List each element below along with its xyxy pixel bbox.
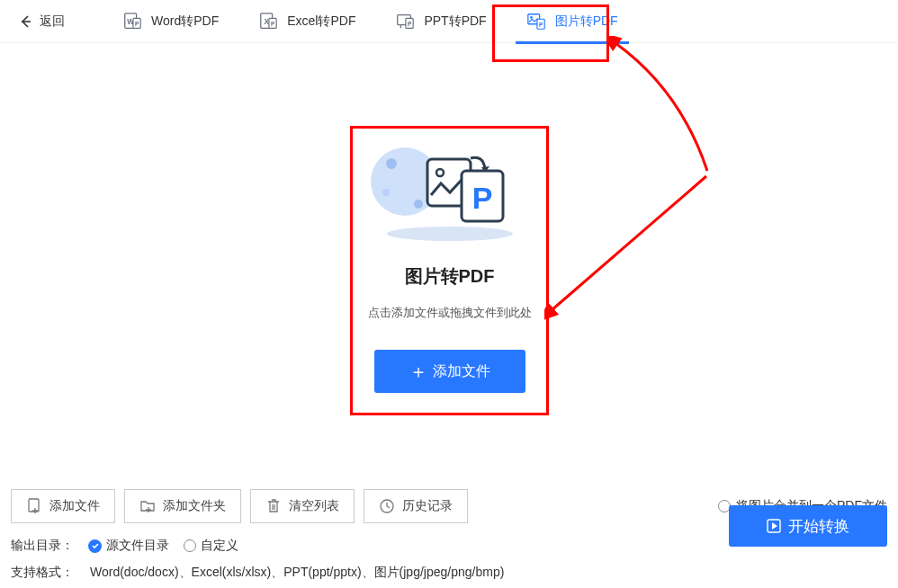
annotation-arrow-top: [608, 36, 725, 180]
clear-list-label: 清空列表: [289, 498, 339, 514]
output-source-radio[interactable]: 源文件目录: [88, 538, 169, 554]
history-button[interactable]: 历史记录: [364, 489, 468, 523]
svg-text:P: P: [271, 20, 275, 26]
svg-text:P: P: [539, 21, 543, 27]
svg-point-12: [530, 16, 533, 19]
clear-list-button[interactable]: 清空列表: [250, 489, 355, 523]
add-file-button[interactable]: ＋ 添加文件: [374, 350, 525, 393]
tab-ppt-to-pdf[interactable]: P PPT转PDF: [375, 0, 506, 43]
tab-label: Word转PDF: [151, 13, 219, 30]
tab-image-to-pdf[interactable]: P 图片转PDF: [507, 0, 638, 43]
tab-label: Excel转PDF: [287, 13, 355, 30]
tab-label: PPT转PDF: [424, 13, 486, 30]
tab-label: 图片转PDF: [555, 13, 618, 30]
arrow-left-icon: [18, 14, 32, 29]
output-custom-label: 自定义: [201, 538, 238, 554]
annotation-arrow-center: [544, 171, 724, 333]
formats-label: 支持格式：: [11, 565, 74, 581]
file-plus-icon: [26, 498, 42, 514]
history-label: 历史记录: [402, 498, 453, 514]
ppt-doc-icon: P: [395, 12, 415, 31]
drop-subtitle: 点击添加文件或拖拽文件到此处: [368, 305, 532, 321]
add-folder-label: 添加文件夹: [163, 498, 226, 514]
nav-tabs: WP Word转PDF XP Excel转PDF P PPT转PDF P 图片转…: [103, 0, 638, 43]
trash-icon: [265, 498, 282, 514]
add-file-small-label: 添加文件: [49, 498, 100, 514]
formats-value: Word(doc/docx)、Excel(xls/xlsx)、PPT(ppt/p…: [90, 565, 504, 581]
excel-doc-icon: XP: [258, 12, 278, 31]
back-button[interactable]: 返回: [18, 13, 81, 30]
output-source-label: 源文件目录: [106, 538, 169, 554]
svg-point-15: [387, 227, 513, 241]
radio-checked-icon: [88, 539, 102, 553]
svg-point-17: [386, 158, 397, 169]
word-doc-icon: WP: [122, 12, 142, 31]
start-convert-button[interactable]: 开始转换: [729, 505, 887, 547]
svg-rect-24: [29, 499, 39, 512]
illustration-image-to-pdf-icon: P: [364, 137, 535, 245]
plus-icon: ＋: [409, 362, 427, 380]
add-folder-button[interactable]: 添加文件夹: [124, 489, 241, 523]
play-icon: [767, 519, 781, 533]
svg-text:P: P: [135, 20, 139, 26]
svg-point-18: [414, 200, 423, 209]
folder-plus-icon: [139, 498, 156, 514]
output-dir-label: 输出目录：: [11, 538, 74, 554]
tab-excel-to-pdf[interactable]: XP Excel转PDF: [238, 0, 375, 43]
svg-text:P: P: [471, 181, 492, 215]
output-custom-radio[interactable]: 自定义: [184, 538, 238, 554]
image-doc-icon: P: [526, 12, 546, 31]
clock-icon: [379, 498, 395, 514]
drop-title: 图片转PDF: [405, 264, 495, 289]
radio-unchecked-icon: [184, 539, 196, 552]
back-label: 返回: [40, 13, 65, 30]
add-file-button-label: 添加文件: [433, 362, 490, 381]
formats-row: 支持格式： Word(doc/docx)、Excel(xls/xlsx)、PPT…: [11, 565, 887, 581]
topbar: 返回 WP Word转PDF XP Excel转PDF P PPT转PDF P …: [0, 0, 898, 43]
svg-point-19: [382, 189, 390, 196]
drop-panel[interactable]: P 图片转PDF 点击添加文件或拖拽文件到此处 ＋ 添加文件: [350, 126, 549, 413]
start-convert-label: 开始转换: [788, 516, 849, 537]
add-file-small-button[interactable]: 添加文件: [11, 489, 115, 523]
tab-word-to-pdf[interactable]: WP Word转PDF: [103, 0, 238, 43]
svg-text:P: P: [408, 20, 412, 26]
